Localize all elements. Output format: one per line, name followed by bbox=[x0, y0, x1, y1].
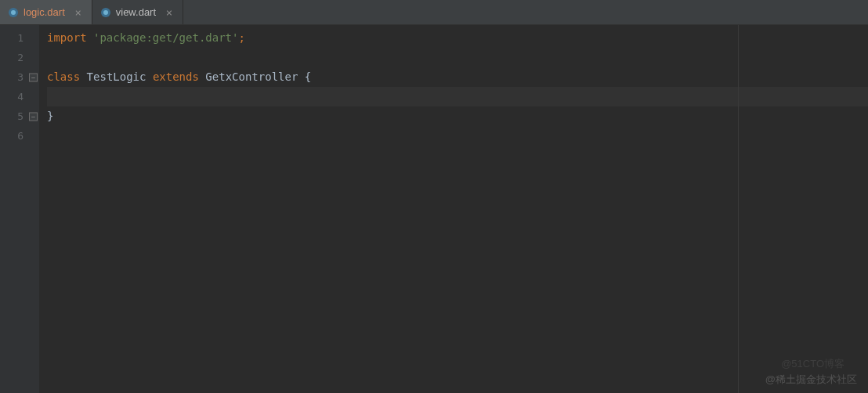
tab-label: logic.dart bbox=[24, 6, 65, 18]
right-margin-line bbox=[738, 25, 739, 393]
code-area[interactable]: import 'package:get/get.dart'; class Tes… bbox=[39, 25, 868, 393]
fold-collapse-icon[interactable]: − bbox=[29, 73, 38, 81]
svg-point-1 bbox=[11, 10, 16, 15]
line-number: 1 bbox=[0, 28, 39, 48]
line-number: 5− bbox=[0, 106, 39, 126]
code-line-active bbox=[47, 87, 868, 106]
close-icon[interactable]: × bbox=[73, 7, 84, 18]
fold-end-icon[interactable]: − bbox=[29, 112, 38, 121]
gutter: 1 2 3− 4 5− 6 bbox=[0, 25, 39, 393]
code-line: import 'package:get/get.dart'; bbox=[47, 28, 868, 48]
dart-file-icon bbox=[100, 7, 111, 18]
close-icon[interactable]: × bbox=[164, 7, 175, 18]
line-number: 6 bbox=[0, 126, 39, 146]
line-number: 4 bbox=[0, 87, 39, 106]
tab-bar: logic.dart × view.dart × bbox=[0, 0, 868, 25]
svg-point-3 bbox=[103, 10, 108, 15]
watermark: @51CTO博客 bbox=[781, 357, 844, 371]
dart-file-icon bbox=[8, 7, 19, 18]
code-line bbox=[47, 126, 868, 146]
tab-view-dart[interactable]: view.dart × bbox=[92, 0, 183, 24]
line-number: 3− bbox=[0, 67, 39, 87]
watermark: @稀土掘金技术社区 bbox=[765, 373, 857, 387]
tab-logic-dart[interactable]: logic.dart × bbox=[0, 0, 92, 24]
tab-label: view.dart bbox=[116, 6, 156, 18]
line-number: 2 bbox=[0, 48, 39, 67]
editor: 1 2 3− 4 5− 6 import 'package:get/get.da… bbox=[0, 25, 868, 393]
code-line bbox=[47, 48, 868, 67]
code-line: class TestLogic extends GetxController { bbox=[47, 67, 868, 87]
code-line: } bbox=[47, 106, 868, 126]
